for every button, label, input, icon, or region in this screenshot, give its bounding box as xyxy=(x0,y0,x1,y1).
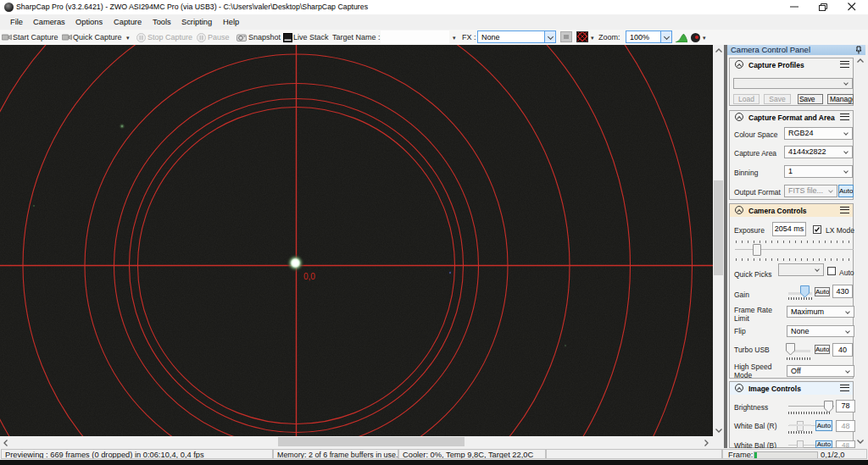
svg-text:0,0: 0,0 xyxy=(303,272,315,281)
